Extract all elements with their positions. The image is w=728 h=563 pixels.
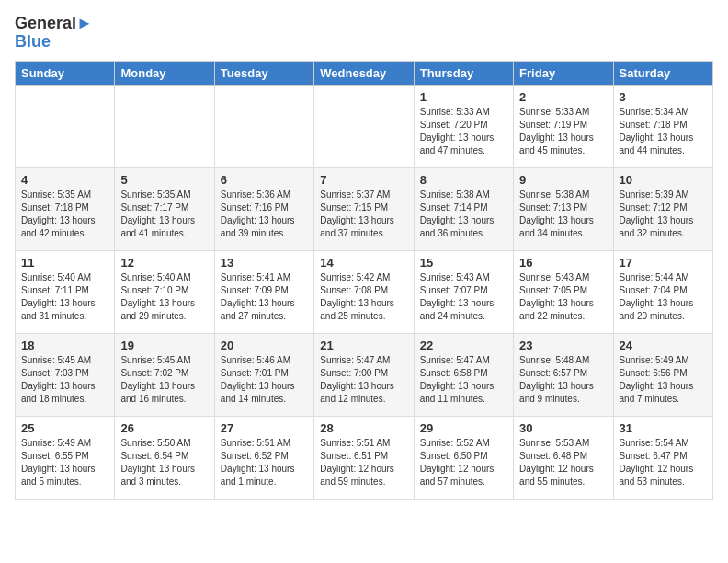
logo-text: General► Blue [15,15,93,52]
day-info: Sunrise: 5:33 AM Sunset: 7:19 PM Dayligh… [519,106,607,157]
day-cell: 25Sunrise: 5:49 AM Sunset: 6:55 PM Dayli… [16,416,115,499]
day-number: 1 [420,90,507,104]
day-cell: 15Sunrise: 5:43 AM Sunset: 7:07 PM Dayli… [414,250,513,333]
day-number: 14 [320,256,407,270]
day-info: Sunrise: 5:44 AM Sunset: 7:04 PM Dayligh… [620,271,707,323]
day-cell: 4Sunrise: 5:35 AM Sunset: 7:18 PM Daylig… [16,167,115,250]
day-number: 2 [519,90,607,104]
day-cell: 2Sunrise: 5:33 AM Sunset: 7:19 PM Daylig… [514,85,613,167]
day-number: 12 [120,256,208,270]
day-info: Sunrise: 5:35 AM Sunset: 7:17 PM Dayligh… [120,189,208,240]
column-header-monday: Monday [115,61,214,85]
day-cell: 23Sunrise: 5:48 AM Sunset: 6:57 PM Dayli… [514,333,613,416]
day-info: Sunrise: 5:47 AM Sunset: 6:58 PM Dayligh… [420,354,507,406]
column-header-friday: Friday [514,61,613,85]
day-number: 8 [420,173,507,187]
day-cell: 14Sunrise: 5:42 AM Sunset: 7:08 PM Dayli… [314,250,414,333]
day-number: 31 [620,421,707,435]
day-cell: 6Sunrise: 5:36 AM Sunset: 7:16 PM Daylig… [214,167,313,250]
week-row-4: 18Sunrise: 5:45 AM Sunset: 7:03 PM Dayli… [16,333,713,416]
day-info: Sunrise: 5:50 AM Sunset: 6:54 PM Dayligh… [120,437,208,488]
day-number: 27 [221,421,308,435]
day-cell: 1Sunrise: 5:33 AM Sunset: 7:20 PM Daylig… [414,85,513,167]
day-cell: 30Sunrise: 5:53 AM Sunset: 6:48 PM Dayli… [514,416,613,499]
day-cell: 20Sunrise: 5:46 AM Sunset: 7:01 PM Dayli… [214,333,313,416]
column-header-saturday: Saturday [613,61,712,85]
week-row-2: 4Sunrise: 5:35 AM Sunset: 7:18 PM Daylig… [16,167,713,250]
day-info: Sunrise: 5:49 AM Sunset: 6:56 PM Dayligh… [620,354,707,406]
day-info: Sunrise: 5:49 AM Sunset: 6:55 PM Dayligh… [21,437,108,488]
calendar-table: SundayMondayTuesdayWednesdayThursdayFrid… [15,61,713,500]
day-cell: 28Sunrise: 5:51 AM Sunset: 6:51 PM Dayli… [314,416,414,499]
day-info: Sunrise: 5:41 AM Sunset: 7:09 PM Dayligh… [221,271,308,323]
day-cell [314,85,414,167]
day-info: Sunrise: 5:40 AM Sunset: 7:10 PM Dayligh… [120,271,208,323]
day-cell [115,85,214,167]
day-info: Sunrise: 5:39 AM Sunset: 7:12 PM Dayligh… [620,189,707,240]
day-number: 15 [420,256,507,270]
day-cell: 9Sunrise: 5:38 AM Sunset: 7:13 PM Daylig… [514,167,613,250]
day-info: Sunrise: 5:36 AM Sunset: 7:16 PM Dayligh… [221,189,308,240]
week-row-3: 11Sunrise: 5:40 AM Sunset: 7:11 PM Dayli… [16,250,713,333]
logo: General► Blue [15,15,93,52]
day-number: 20 [221,339,308,352]
day-info: Sunrise: 5:54 AM Sunset: 6:47 PM Dayligh… [620,437,707,488]
day-info: Sunrise: 5:51 AM Sunset: 6:52 PM Dayligh… [221,437,308,488]
day-cell: 3Sunrise: 5:34 AM Sunset: 7:18 PM Daylig… [613,85,712,167]
day-number: 16 [519,256,607,270]
day-cell: 27Sunrise: 5:51 AM Sunset: 6:52 PM Dayli… [214,416,313,499]
day-info: Sunrise: 5:35 AM Sunset: 7:18 PM Dayligh… [21,189,108,240]
day-number: 4 [21,173,108,187]
day-info: Sunrise: 5:51 AM Sunset: 6:51 PM Dayligh… [320,437,407,488]
day-info: Sunrise: 5:43 AM Sunset: 7:05 PM Dayligh… [519,271,607,323]
day-cell: 21Sunrise: 5:47 AM Sunset: 7:00 PM Dayli… [314,333,414,416]
day-cell: 16Sunrise: 5:43 AM Sunset: 7:05 PM Dayli… [514,250,613,333]
week-row-1: 1Sunrise: 5:33 AM Sunset: 7:20 PM Daylig… [16,85,713,167]
header-row: SundayMondayTuesdayWednesdayThursdayFrid… [16,61,713,85]
day-number: 21 [320,339,407,352]
day-number: 26 [120,421,208,435]
week-row-5: 25Sunrise: 5:49 AM Sunset: 6:55 PM Dayli… [16,416,713,499]
day-cell: 17Sunrise: 5:44 AM Sunset: 7:04 PM Dayli… [613,250,712,333]
day-cell: 26Sunrise: 5:50 AM Sunset: 6:54 PM Dayli… [115,416,214,499]
day-cell: 11Sunrise: 5:40 AM Sunset: 7:11 PM Dayli… [16,250,115,333]
column-header-wednesday: Wednesday [314,61,414,85]
day-info: Sunrise: 5:52 AM Sunset: 6:50 PM Dayligh… [420,437,507,488]
day-number: 24 [620,339,707,352]
day-info: Sunrise: 5:37 AM Sunset: 7:15 PM Dayligh… [320,189,407,240]
day-info: Sunrise: 5:33 AM Sunset: 7:20 PM Dayligh… [420,106,507,157]
day-number: 28 [320,421,407,435]
day-cell [16,85,115,167]
day-number: 23 [519,339,607,352]
day-cell: 22Sunrise: 5:47 AM Sunset: 6:58 PM Dayli… [414,333,513,416]
day-number: 5 [120,173,208,187]
day-number: 7 [320,173,407,187]
day-number: 3 [620,90,707,104]
day-number: 13 [221,256,308,270]
day-info: Sunrise: 5:34 AM Sunset: 7:18 PM Dayligh… [620,106,707,157]
page-header: General► Blue [15,15,713,52]
day-number: 30 [519,421,607,435]
day-number: 22 [420,339,507,352]
day-number: 25 [21,421,108,435]
day-cell: 8Sunrise: 5:38 AM Sunset: 7:14 PM Daylig… [414,167,513,250]
day-info: Sunrise: 5:38 AM Sunset: 7:14 PM Dayligh… [420,189,507,240]
day-cell [214,85,313,167]
column-header-tuesday: Tuesday [214,61,313,85]
column-header-sunday: Sunday [16,61,115,85]
day-info: Sunrise: 5:40 AM Sunset: 7:11 PM Dayligh… [21,271,108,323]
day-cell: 19Sunrise: 5:45 AM Sunset: 7:02 PM Dayli… [115,333,214,416]
day-cell: 10Sunrise: 5:39 AM Sunset: 7:12 PM Dayli… [613,167,712,250]
day-cell: 18Sunrise: 5:45 AM Sunset: 7:03 PM Dayli… [16,333,115,416]
day-cell: 24Sunrise: 5:49 AM Sunset: 6:56 PM Dayli… [613,333,712,416]
day-cell: 12Sunrise: 5:40 AM Sunset: 7:10 PM Dayli… [115,250,214,333]
day-info: Sunrise: 5:45 AM Sunset: 7:03 PM Dayligh… [21,354,108,406]
day-cell: 31Sunrise: 5:54 AM Sunset: 6:47 PM Dayli… [613,416,712,499]
day-info: Sunrise: 5:48 AM Sunset: 6:57 PM Dayligh… [519,354,607,406]
day-number: 17 [620,256,707,270]
day-info: Sunrise: 5:45 AM Sunset: 7:02 PM Dayligh… [120,354,208,406]
day-info: Sunrise: 5:46 AM Sunset: 7:01 PM Dayligh… [221,354,308,406]
day-info: Sunrise: 5:42 AM Sunset: 7:08 PM Dayligh… [320,271,407,323]
day-number: 18 [21,339,108,352]
day-cell: 13Sunrise: 5:41 AM Sunset: 7:09 PM Dayli… [214,250,313,333]
